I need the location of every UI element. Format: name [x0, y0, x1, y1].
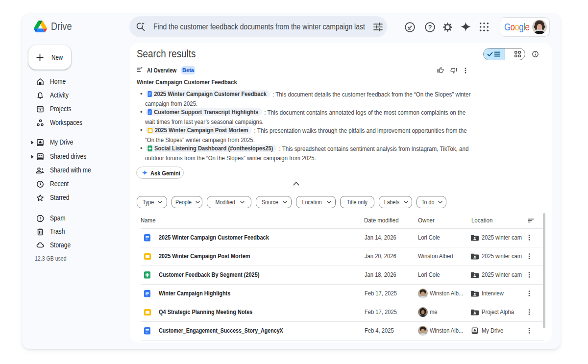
svg-text:?: ?	[428, 24, 432, 31]
